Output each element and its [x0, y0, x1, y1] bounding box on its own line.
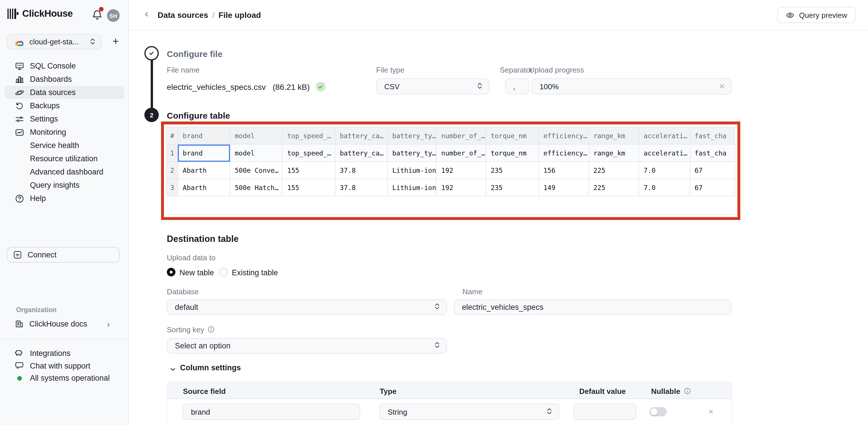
sidebar-item-help[interactable]: Help	[5, 192, 124, 205]
query-preview-button[interactable]: Query preview	[777, 7, 856, 23]
chevron-down-icon	[170, 365, 176, 371]
sorting-key-select[interactable]: Select an option	[167, 338, 447, 353]
sidebar-item-settings[interactable]: Settings	[5, 112, 124, 125]
preview-cell[interactable]: 155	[282, 179, 335, 196]
nullable-toggle[interactable]	[649, 407, 667, 416]
preview-cell[interactable]: 225	[588, 162, 639, 179]
avatar[interactable]: SH	[107, 9, 120, 22]
preview-cell[interactable]: torque_nm	[486, 144, 538, 162]
preview-cell[interactable]: 192	[436, 162, 486, 179]
preview-cell[interactable]: 67	[690, 162, 735, 179]
preview-cell[interactable]: 225	[588, 179, 639, 196]
preview-cell[interactable]: model	[230, 144, 282, 162]
radio-new-table-label[interactable]: New table	[180, 268, 214, 277]
preview-cell[interactable]: Abarth	[178, 179, 230, 196]
preview-cell[interactable]: 235	[486, 162, 538, 179]
service-selector[interactable]: cloud-get-sta...	[7, 34, 102, 50]
preview-cell[interactable]: 67	[690, 179, 735, 196]
sidebar-item-all-systems-operational[interactable]: All systems operational	[5, 372, 124, 385]
type-value: String	[388, 407, 546, 416]
sidebar-item-sql-console[interactable]: SQL Console	[5, 59, 124, 73]
preview-cell[interactable]: 500e Conve…	[230, 162, 282, 179]
preview-cell[interactable]: 37.8	[335, 162, 388, 179]
source-field-input[interactable]: brand	[183, 404, 360, 420]
preview-cell[interactable]: 500e Hatch…	[230, 179, 282, 196]
row-index-cell: 1	[166, 144, 178, 162]
radio-existing-table-label[interactable]: Existing table	[232, 268, 278, 277]
preview-column-header: accelerati…	[639, 127, 690, 144]
sidebar-item-backups[interactable]: Backups	[5, 99, 124, 112]
preview-cell[interactable]: top_speed_…	[282, 144, 335, 162]
preview-cell[interactable]: Lithium-ion	[388, 162, 436, 179]
sidebar: ClickHouse SH cloud-get-sta...	[0, 0, 129, 425]
sidebar-item-label: Backups	[30, 101, 60, 110]
breadcrumb-data-sources[interactable]: Data sources	[158, 10, 208, 20]
preview-cell[interactable]: battery_ty…	[388, 144, 436, 162]
preview-cell[interactable]: battery_ca…	[335, 144, 388, 162]
preview-cell[interactable]: range_km	[588, 144, 639, 162]
preview-cell[interactable]: Abarth	[178, 162, 230, 179]
file-size-value: (86.21 kB)	[273, 82, 310, 91]
data-sources-icon	[15, 88, 24, 97]
sidebar-item-resource-utilization[interactable]: Resource utilization	[5, 152, 124, 165]
preview-cell[interactable]: 149	[539, 179, 589, 196]
preview-table[interactable]: #brandmodeltop_speed_…battery_ca…battery…	[166, 127, 735, 196]
preview-column-header: efficiency…	[539, 127, 589, 144]
preview-cell[interactable]: fast_cha	[690, 144, 735, 162]
default-value-header: Default value	[579, 387, 626, 396]
sidebar-item-query-insights[interactable]: Query insights	[5, 178, 124, 192]
sidebar-item-integrations[interactable]: Integrations	[5, 347, 124, 360]
sidebar-item-dashboards[interactable]: Dashboards	[5, 73, 124, 86]
upload-success-check-icon	[315, 82, 325, 91]
preview-cell[interactable]: 7.0	[639, 179, 690, 196]
preview-cell[interactable]: 37.8	[335, 179, 388, 196]
preview-cell[interactable]: number_of_…	[436, 144, 486, 162]
sidebar-item-clickhouse-docs[interactable]: ClickHouse docs	[5, 317, 124, 331]
sidebar-item-monitoring[interactable]: Monitoring	[5, 125, 124, 139]
preview-table-wrap: #brandmodeltop_speed_…battery_ca…battery…	[166, 127, 735, 215]
connect-button[interactable]: Connect	[7, 247, 120, 263]
preview-cell[interactable]: 7.0	[639, 162, 690, 179]
preview-column-header: top_speed_…	[282, 127, 335, 144]
default-value-input[interactable]	[574, 404, 636, 420]
sidebar-item-label: Settings	[30, 115, 58, 123]
radio-new-table[interactable]	[167, 268, 176, 277]
database-select[interactable]: default	[167, 300, 447, 315]
preview-column-header: number_of_…	[436, 127, 486, 144]
sidebar-item-data-sources[interactable]: Data sources	[5, 86, 124, 99]
preview-cell[interactable]: accelerati…	[639, 144, 690, 162]
step-2-badge: 2	[144, 108, 159, 122]
help-icon	[15, 194, 24, 203]
clickhouse-logo[interactable]: ClickHouse	[7, 8, 73, 19]
table-bottom-rule	[166, 214, 735, 215]
radio-existing-table[interactable]	[219, 268, 228, 277]
row-index-cell: 3	[166, 179, 178, 196]
type-select[interactable]: String	[380, 404, 559, 420]
upload-progress-input[interactable]: 100% ✕	[531, 78, 732, 94]
separator-label: Separator	[500, 66, 533, 74]
sidebar-item-advanced-dashboard[interactable]: Advanced dashboard	[5, 165, 124, 178]
preview-cell[interactable]: Lithium-ion	[388, 179, 436, 196]
preview-cell[interactable]: 235	[486, 179, 538, 196]
preview-cell[interactable]: efficiency…	[539, 144, 589, 162]
notification-dot	[99, 7, 103, 11]
sidebar-item-service-health[interactable]: Service health	[5, 139, 124, 152]
sidebar-item-chat-with-support[interactable]: Chat with support	[5, 360, 124, 372]
row-index-cell: 2	[166, 162, 178, 179]
preview-cell[interactable]: 156	[539, 162, 589, 179]
preview-cell[interactable]: brand	[178, 144, 230, 162]
table-name-input[interactable]: electric_vehicles_specs	[454, 300, 732, 315]
column-settings-title: Column settings	[180, 363, 241, 372]
remove-column-icon[interactable]: ✕	[708, 408, 714, 416]
preview-cell[interactable]: 192	[436, 179, 486, 196]
docs-label: ClickHouse docs	[29, 320, 87, 328]
separator-input[interactable]: ,	[505, 78, 529, 94]
file-type-select[interactable]: CSV	[376, 78, 490, 94]
add-service-button[interactable]: +	[109, 34, 123, 48]
column-settings-toggle[interactable]: Column settings	[170, 363, 241, 372]
nullable-header: Nullable	[651, 387, 690, 396]
clear-upload-icon[interactable]: ✕	[719, 82, 725, 90]
back-button[interactable]: ‹	[145, 8, 148, 20]
sidebar-footer: IntegrationsChat with supportAll systems…	[5, 347, 124, 385]
preview-cell[interactable]: 155	[282, 162, 335, 179]
